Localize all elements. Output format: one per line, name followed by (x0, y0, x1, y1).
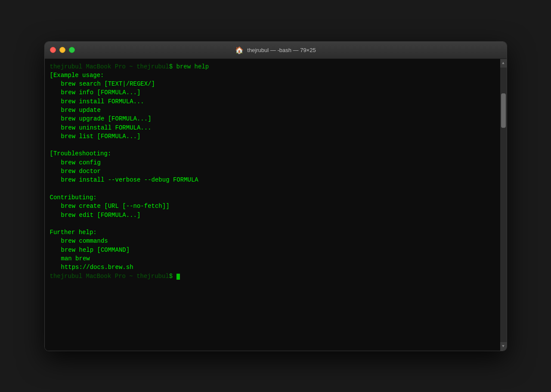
terminal-window: 🏠 thejrubul — -bash — 79×25 thejrubul Ma… (44, 41, 507, 351)
titlebar-title: 🏠 thejrubul — -bash — 79×25 (235, 46, 316, 54)
prompt-bottom-text: thejrubul MacBook Pro ~ thejrubul (50, 273, 169, 280)
prompt-top-text: thejrubul MacBook Pro ~ thejrubul (50, 63, 169, 70)
empty-3 (50, 219, 495, 228)
titlebar-icon: 🏠 (235, 46, 244, 54)
minimize-button[interactable] (59, 47, 65, 53)
brew-edit: brew edit [FORMULA...] (50, 211, 495, 219)
terminal-body: thejrubul MacBook Pro ~ thejrubul$ brew … (45, 59, 507, 351)
traffic-lights (50, 47, 75, 53)
scrollbar: ▲ ▼ (500, 59, 507, 351)
brew-install: brew install FORMULA... (50, 97, 495, 106)
brew-update: brew update (50, 106, 495, 114)
section-example-usage: [Example usage: (50, 71, 495, 80)
cursor (176, 274, 180, 280)
brew-docs: https://docs.brew.sh (50, 263, 495, 272)
brew-info: brew info [FORMULA...] (50, 88, 495, 97)
scroll-up-button[interactable]: ▲ (500, 59, 507, 68)
brew-doctor: brew doctor (50, 167, 495, 176)
brew-list: brew list [FORMULA...] (50, 132, 495, 141)
brew-help-command: brew help [COMMAND] (50, 246, 495, 254)
empty-2 (50, 185, 495, 193)
scroll-down-button[interactable]: ▼ (500, 342, 507, 351)
brew-uninstall: brew uninstall FORMULA... (50, 123, 495, 132)
brew-create: brew create [URL [--no-fetch]] (50, 202, 495, 210)
section-contributing: Contributing: (50, 193, 495, 202)
brew-man: man brew (50, 254, 495, 263)
titlebar-text: thejrubul — -bash — 79×25 (247, 47, 316, 53)
section-further-help: Further help: (50, 228, 495, 237)
brew-upgrade: brew upgrade [FORMULA...] (50, 114, 495, 123)
brew-search: brew search [TEXT|/REGEX/] (50, 80, 495, 88)
empty-1 (50, 141, 495, 149)
brew-install-verbose: brew install --verbose --debug FORMULA (50, 176, 495, 184)
prompt-bottom: thejrubul MacBook Pro ~ thejrubul$ (50, 272, 495, 281)
brew-config: brew config (50, 158, 495, 167)
close-button[interactable] (50, 47, 56, 53)
section-troubleshooting: [Troubleshooting: (50, 149, 495, 158)
terminal-content[interactable]: thejrubul MacBook Pro ~ thejrubul$ brew … (45, 59, 500, 351)
scrollbar-track: ▲ ▼ (500, 59, 507, 351)
brew-commands: brew commands (50, 237, 495, 245)
scrollbar-thumb[interactable] (501, 93, 506, 128)
titlebar: 🏠 thejrubul — -bash — 79×25 (45, 42, 507, 59)
prompt-top: thejrubul MacBook Pro ~ thejrubul$ brew … (50, 62, 495, 71)
maximize-button[interactable] (69, 47, 75, 53)
